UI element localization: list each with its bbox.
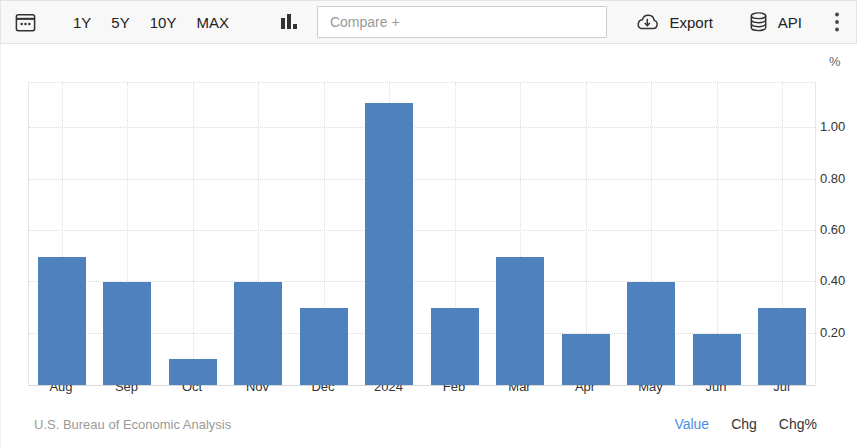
toggle-chg-pct[interactable]: Chg% bbox=[779, 416, 817, 432]
range-button-max[interactable]: MAX bbox=[186, 10, 239, 35]
y-tick-label: 0.80 bbox=[820, 171, 845, 186]
y-tick-label: 0.60 bbox=[820, 222, 845, 237]
range-button-5y[interactable]: 5Y bbox=[101, 10, 139, 35]
bar-2024[interactable] bbox=[365, 103, 413, 385]
plot-area bbox=[28, 82, 816, 386]
compare-input[interactable] bbox=[317, 6, 607, 38]
bar-sep[interactable] bbox=[103, 282, 151, 385]
toggle-value[interactable]: Value bbox=[674, 416, 709, 432]
bar-jul[interactable] bbox=[758, 308, 806, 385]
y-gridline bbox=[29, 230, 815, 231]
bar-dec[interactable] bbox=[300, 308, 348, 385]
api-button[interactable]: API bbox=[747, 10, 802, 34]
range-selector: 1Y 5Y 10Y MAX bbox=[63, 10, 239, 35]
export-label: Export bbox=[669, 14, 712, 31]
y-tick-label: 0.20 bbox=[820, 325, 845, 340]
y-tick-label: 0.40 bbox=[820, 273, 845, 288]
toggle-chg[interactable]: Chg bbox=[731, 416, 757, 432]
bar-mar[interactable] bbox=[496, 257, 544, 385]
cloud-download-icon bbox=[634, 12, 661, 32]
kebab-menu-icon bbox=[834, 11, 840, 33]
source-attribution: U.S. Bureau of Economic Analysis bbox=[34, 417, 231, 432]
y-axis-unit-label: % bbox=[829, 54, 841, 69]
range-button-1y[interactable]: 1Y bbox=[63, 10, 101, 35]
more-options-button[interactable] bbox=[834, 11, 840, 33]
chart-widget: 1Y 5Y 10Y MAX Expo bbox=[0, 0, 857, 448]
chart-type-button[interactable] bbox=[277, 11, 299, 33]
series-toggles: Value Chg Chg% bbox=[674, 416, 817, 432]
calendar-button[interactable] bbox=[14, 11, 37, 34]
bar-apr[interactable] bbox=[562, 334, 610, 385]
bar-aug[interactable] bbox=[38, 257, 86, 385]
export-button[interactable]: Export bbox=[634, 12, 712, 32]
range-button-10y[interactable]: 10Y bbox=[140, 10, 187, 35]
bar-feb[interactable] bbox=[431, 308, 479, 385]
bar-oct[interactable] bbox=[169, 359, 217, 385]
column-chart-icon bbox=[277, 11, 299, 33]
y-gridline bbox=[29, 179, 815, 180]
y-gridline bbox=[29, 127, 815, 128]
bar-may[interactable] bbox=[627, 282, 675, 385]
bar-jun[interactable] bbox=[693, 334, 741, 385]
y-tick-label: 1.00 bbox=[820, 119, 845, 134]
x-gridline bbox=[193, 83, 194, 385]
database-icon bbox=[747, 10, 770, 34]
chart-area: % AugSepOctNovDec2024FebMarAprMayJunJul … bbox=[0, 44, 857, 448]
toolbar: 1Y 5Y 10Y MAX Expo bbox=[0, 0, 857, 44]
api-label: API bbox=[778, 14, 802, 31]
bar-nov[interactable] bbox=[234, 282, 282, 385]
calendar-icon bbox=[14, 11, 37, 34]
